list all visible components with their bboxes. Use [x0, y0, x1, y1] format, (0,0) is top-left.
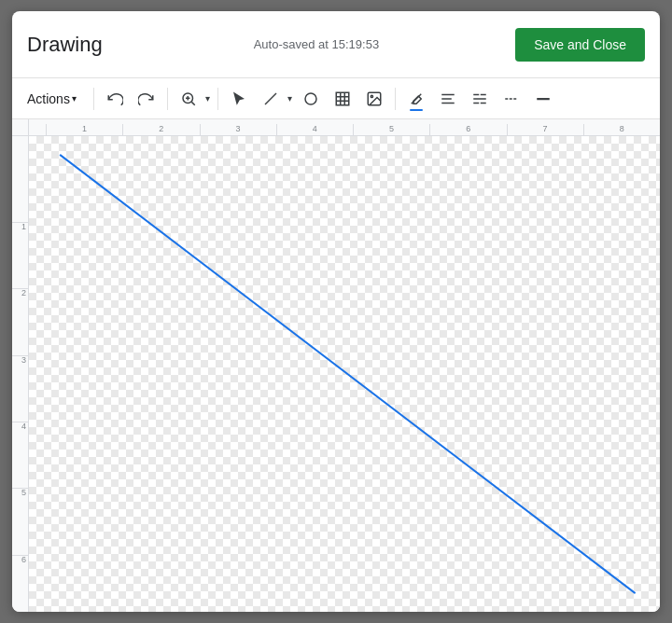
svg-rect-16	[441, 102, 455, 104]
distribute-button[interactable]	[465, 84, 495, 114]
svg-rect-18	[481, 93, 486, 95]
ruler-vertical: 123456	[12, 136, 29, 612]
svg-rect-14	[441, 93, 455, 95]
svg-line-13	[412, 93, 422, 104]
line-tool-group: ▾	[256, 84, 294, 114]
svg-line-1	[191, 102, 194, 104]
shapes-group	[296, 84, 326, 114]
svg-line-4	[265, 93, 276, 104]
svg-point-5	[305, 93, 316, 104]
zoom-arrow-icon[interactable]: ▾	[203, 93, 212, 104]
canvas-area: 12345678 123456	[12, 119, 660, 612]
line-weight-button[interactable]	[528, 84, 558, 114]
svg-rect-20	[473, 102, 479, 104]
ruler-h-mark: 3	[200, 124, 276, 135]
pen-button[interactable]	[401, 84, 431, 114]
image-button[interactable]	[359, 84, 389, 114]
align-button[interactable]	[433, 84, 463, 114]
svg-point-12	[371, 95, 372, 97]
ruler-v-mark: 1	[12, 222, 28, 231]
actions-label: Actions	[27, 91, 70, 106]
ruler-corner	[12, 119, 29, 136]
toolbar-divider-3	[217, 88, 218, 110]
ruler-h-mark: 6	[429, 124, 506, 135]
drawing-content[interactable]: 123456	[12, 136, 660, 612]
ruler-h-mark: 5	[353, 124, 429, 135]
svg-rect-17	[473, 93, 479, 95]
svg-rect-21	[481, 102, 486, 104]
line-tool-button[interactable]	[256, 84, 286, 114]
autosave-status: Auto-saved at 15:19:53	[118, 37, 515, 51]
ruler-v-mark: 5	[12, 488, 28, 497]
page-title: Drawing	[27, 33, 103, 57]
ruler-v-mark: 3	[12, 355, 28, 365]
drawing-canvas[interactable]	[29, 136, 660, 612]
undo-button[interactable]	[100, 84, 130, 114]
toolbar-divider-4	[395, 88, 396, 110]
actions-arrow-icon: ▾	[72, 93, 77, 104]
ruler-h-marks: 12345678	[29, 124, 660, 135]
ruler-v-marks: 123456	[12, 136, 28, 612]
table-button[interactable]	[328, 84, 357, 114]
line-style-button[interactable]	[497, 84, 526, 114]
zoom-button[interactable]	[174, 84, 203, 114]
save-close-button[interactable]: Save and Close	[515, 28, 645, 62]
svg-line-24	[61, 155, 635, 592]
drawing-svg	[29, 136, 660, 612]
redo-button[interactable]	[132, 84, 161, 114]
ruler-h-mark: 8	[583, 124, 660, 135]
ruler-h-mark: 1	[46, 124, 122, 135]
ruler-horizontal: 12345678	[29, 119, 660, 136]
toolbar-divider-2	[167, 88, 168, 110]
ruler-h-mark: 4	[276, 124, 353, 135]
toolbar-divider-1	[93, 88, 94, 110]
actions-menu[interactable]: Actions ▾	[20, 88, 84, 110]
toolbar: Actions ▾	[12, 78, 660, 119]
drawing-window: Drawing Auto-saved at 15:19:53 Save and …	[12, 11, 660, 612]
ruler-h-mark: 2	[122, 124, 199, 135]
ruler-v-mark: 2	[12, 288, 28, 298]
zoom-group: ▾	[174, 84, 212, 114]
svg-rect-15	[441, 98, 452, 100]
ruler-v-mark: 4	[12, 422, 28, 431]
ruler-h-mark: 7	[507, 124, 583, 135]
shapes-button[interactable]	[296, 84, 326, 114]
header: Drawing Auto-saved at 15:19:53 Save and …	[12, 11, 660, 78]
ruler-v-mark: 6	[12, 555, 28, 564]
undo-group	[100, 84, 130, 114]
line-arrow-icon[interactable]: ▾	[286, 93, 294, 104]
svg-rect-19	[473, 98, 486, 100]
select-tool-button[interactable]	[224, 84, 254, 114]
svg-rect-6	[336, 92, 349, 105]
